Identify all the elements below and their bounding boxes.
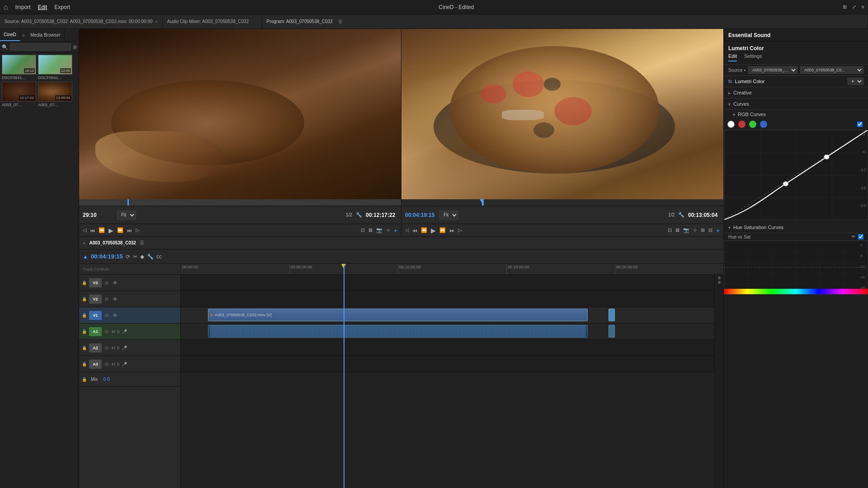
track-lock-v1[interactable]: 🔒	[81, 312, 87, 319]
nav-export[interactable]: Export	[54, 4, 70, 10]
audio-clip-end-handle[interactable]	[609, 325, 615, 338]
section-curves[interactable]: ▾ Curves	[724, 99, 868, 110]
track-label-a2[interactable]: A2	[89, 343, 102, 352]
audio-clip[interactable]	[208, 325, 588, 338]
source-link[interactable]: ⊹	[385, 226, 391, 234]
sidebar-expand[interactable]: »	[20, 29, 27, 41]
hue-curve-graph[interactable]: 0 -6 -12 -18 -24	[724, 240, 868, 295]
channel-red[interactable]	[738, 121, 745, 128]
track-s-a2[interactable]: S	[117, 346, 120, 350]
video-clip[interactable]: fx A003_07050538_C032.mov [V]	[208, 309, 588, 321]
section-hue-sat[interactable]: ▾ Hue Saturation Curves	[724, 222, 868, 233]
track-m-a3[interactable]: M	[112, 362, 115, 366]
program-prev-edit[interactable]: ⏮	[411, 227, 418, 234]
tl-type-icon[interactable]: 🔧	[147, 253, 154, 260]
source-next-edit[interactable]: ⏭	[126, 227, 133, 234]
tl-select-icon[interactable]: ▲	[83, 253, 88, 260]
track-sync-v2[interactable]: ⊡	[104, 296, 110, 302]
track-mic-a1[interactable]: 🎤	[122, 328, 128, 335]
source-play[interactable]: ▶	[108, 226, 114, 235]
program-extract[interactable]: ⊠	[675, 226, 680, 234]
program-fit-select[interactable]: Fit	[439, 211, 458, 220]
source-mark-in[interactable]: ◁	[82, 226, 87, 234]
tl-razor-icon[interactable]: ✂	[133, 253, 137, 260]
track-label-a3[interactable]: A3	[89, 360, 102, 369]
tab-edit[interactable]: Edit	[728, 53, 737, 61]
track-lock-a2[interactable]: 🔒	[81, 345, 87, 351]
timeline-close[interactable]: ×	[83, 240, 85, 246]
rgb-curve-graph[interactable]: 0 -6 -12 -18 -24	[724, 130, 868, 220]
section-creative[interactable]: ▸ Creative	[724, 87, 868, 99]
track-row-a1[interactable]	[181, 324, 723, 340]
media-search-icon[interactable]: 🔍	[2, 44, 8, 50]
program-scrubber[interactable]	[401, 199, 723, 206]
program-play[interactable]: ▶	[430, 226, 437, 235]
media-item[interactable]: 12:00 DSCF0641...	[38, 55, 72, 80]
source-fit-select[interactable]: Fit	[117, 211, 136, 220]
program-menu[interactable]: ☰	[338, 19, 342, 24]
app-home-icon[interactable]: ⌂	[4, 3, 8, 11]
tab-settings[interactable]: Settings	[744, 53, 762, 61]
top-icon-3[interactable]: ≡	[862, 4, 864, 10]
track-mic-a3[interactable]: 🎤	[122, 361, 128, 367]
track-sync-a3[interactable]: ⊡	[104, 361, 110, 367]
program-btn1[interactable]: ⊹	[692, 226, 698, 234]
program-next-edit[interactable]: ⏭	[448, 227, 455, 234]
program-step-fwd[interactable]: ⏩	[439, 226, 447, 234]
program-step-back[interactable]: ⏪	[420, 226, 428, 234]
source-expand[interactable]: »	[156, 19, 158, 24]
track-label-v1[interactable]: V1	[89, 311, 102, 320]
source-add[interactable]: +	[393, 226, 398, 235]
nav-import[interactable]: Import	[15, 4, 31, 10]
channel-white[interactable]	[727, 121, 735, 128]
track-mic-a2[interactable]: 🎤	[122, 345, 128, 351]
track-sync-v3[interactable]: ⊡	[104, 280, 110, 286]
track-lock-a3[interactable]: 🔒	[81, 361, 87, 367]
media-item[interactable]: 12:17:22 A003_07...	[2, 82, 36, 107]
top-icon-2[interactable]: ⤢	[852, 4, 856, 10]
channel-green[interactable]	[749, 121, 756, 128]
track-m-a1[interactable]: M	[112, 329, 115, 334]
sidebar-tab-media-browser[interactable]: Media Browser	[27, 29, 65, 41]
track-label-v2[interactable]: V2	[89, 295, 102, 304]
sidebar-tab-cined[interactable]: CineD	[0, 29, 20, 41]
hue-vs-sat-checkbox[interactable]	[858, 234, 863, 239]
track-lock-v3[interactable]: 🔒	[81, 280, 87, 286]
source-step-fwd[interactable]: ⏩	[116, 226, 124, 234]
fx-dropdown[interactable]: ▾	[848, 78, 863, 85]
track-label-a1[interactable]: A1	[89, 327, 102, 336]
program-camera[interactable]: 📷	[682, 226, 690, 234]
source-wrench-icon[interactable]: 🔧	[355, 211, 363, 219]
track-eye-v2[interactable]: 👁	[112, 296, 118, 302]
top-icon-1[interactable]: ⊞	[843, 4, 847, 10]
track-m-a2[interactable]: M	[112, 346, 115, 350]
source-step-back[interactable]: ⏪	[98, 226, 106, 234]
program-add[interactable]: +	[715, 226, 721, 235]
clip-end-handle[interactable]	[609, 309, 615, 321]
program-btn3[interactable]: ⊟	[708, 226, 713, 234]
nav-edit[interactable]: Edit	[38, 4, 47, 10]
tl-ripple-icon[interactable]: ⟳	[126, 253, 130, 260]
source-effect-select[interactable]: A003_07050538_C0...	[800, 66, 863, 74]
media-grid-icon[interactable]: ⊞	[73, 44, 77, 50]
source-camera[interactable]: 📷	[375, 226, 383, 234]
tl-captions-icon[interactable]: cc	[156, 253, 162, 260]
track-sync-a1[interactable]: ⊡	[104, 328, 110, 335]
program-wrench-icon[interactable]: 🔧	[677, 211, 685, 219]
track-sync-a2[interactable]: ⊡	[104, 345, 110, 351]
source-mark-out[interactable]: ▷	[135, 226, 140, 234]
track-lock-v2[interactable]: 🔒	[81, 296, 87, 302]
track-eye-v1[interactable]: 👁	[112, 312, 118, 319]
track-row-v1[interactable]: fx A003_07050538_C032.mov [V]	[181, 307, 723, 324]
source-overwrite[interactable]: ⊠	[368, 226, 373, 234]
source-prev-edit[interactable]: ⏮	[89, 227, 96, 234]
sequence-menu[interactable]: ☰	[140, 240, 144, 246]
track-s-a1[interactable]: S	[117, 329, 120, 334]
media-item[interactable]: 13:05:04 A003_07...	[38, 82, 72, 107]
track-label-v3[interactable]: V3	[89, 278, 102, 287]
program-btn2[interactable]: ⊞	[700, 226, 706, 234]
media-search-input[interactable]	[10, 43, 71, 51]
curves-checkbox[interactable]	[857, 122, 863, 127]
track-lock-a1[interactable]: 🔒	[81, 328, 87, 335]
section-rgb-curves[interactable]: ▾ RGB Curves	[724, 110, 868, 119]
